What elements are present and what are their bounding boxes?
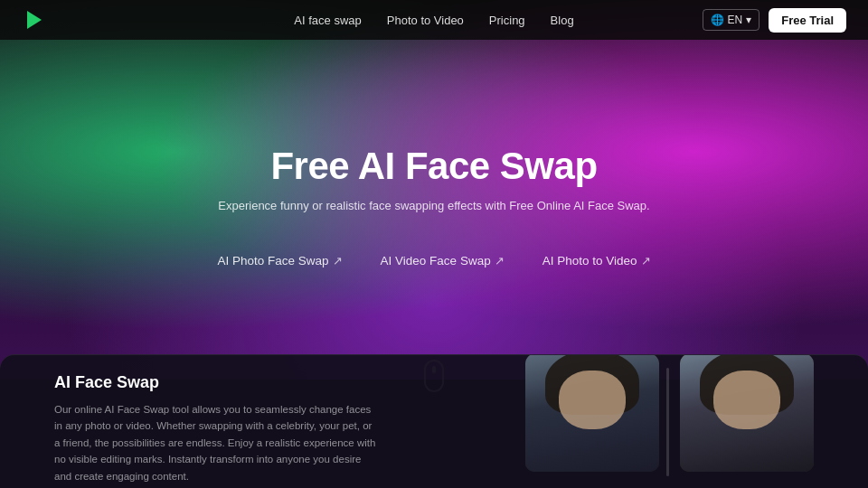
nav-item-face-swap[interactable]: AI face swap <box>294 12 361 28</box>
nav-right: 🌐 EN ▾ Free Trial <box>703 8 846 33</box>
portrait-2 <box>680 354 814 472</box>
hero-title: Free AI Face Swap <box>270 145 597 188</box>
panel-description: Our online AI Face Swap tool allows you … <box>54 401 380 484</box>
bottom-panel: AI Face Swap Our online AI Face Swap too… <box>0 354 868 488</box>
image-divider <box>666 368 669 476</box>
hero-subtitle: Experience funny or realistic face swapp… <box>218 199 649 212</box>
globe-icon: 🌐 <box>711 14 724 26</box>
hero-tabs: AI Photo Face Swap ↗ AI Video Face Swap … <box>202 247 667 275</box>
face-image-1 <box>525 354 659 472</box>
language-selector[interactable]: 🌐 EN ▾ <box>703 9 760 31</box>
portrait-1 <box>525 354 659 472</box>
navbar: AI face swap Photo to Video Pricing Blog… <box>0 0 868 40</box>
tab-video-face-swap[interactable]: AI Video Face Swap ↗ <box>364 247 521 275</box>
tab-photo-face-swap[interactable]: AI Photo Face Swap ↗ <box>202 247 359 275</box>
chevron-down-icon: ▾ <box>746 14 751 26</box>
arrow-icon-1: ↗ <box>495 254 505 267</box>
panel-text: AI Face Swap Our online AI Face Swap too… <box>54 373 398 488</box>
tab-photo-to-video[interactable]: AI Photo to Video ↗ <box>526 247 667 275</box>
nav-item-photo-to-video[interactable]: Photo to Video <box>387 12 464 28</box>
free-trial-button[interactable]: Free Trial <box>769 8 846 33</box>
hero-section: Free AI Face Swap Experience funny or re… <box>0 0 868 380</box>
nav-links: AI face swap Photo to Video Pricing Blog <box>294 12 573 28</box>
logo[interactable] <box>22 7 47 33</box>
face-image-2 <box>680 354 814 472</box>
logo-icon <box>22 7 47 33</box>
arrow-icon-0: ↗ <box>333 254 343 267</box>
panel-title: AI Face Swap <box>54 373 380 392</box>
svg-marker-0 <box>27 11 42 29</box>
nav-item-blog[interactable]: Blog <box>551 12 574 28</box>
arrow-icon-2: ↗ <box>641 254 651 267</box>
panel-images <box>398 373 814 470</box>
nav-item-pricing[interactable]: Pricing <box>489 12 525 28</box>
